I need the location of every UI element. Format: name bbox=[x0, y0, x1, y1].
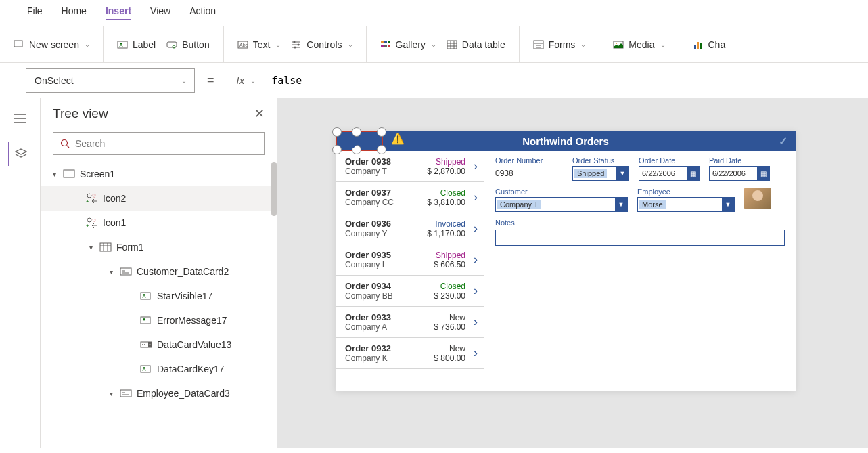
svg-rect-20 bbox=[694, 45, 696, 49]
svg-rect-40 bbox=[120, 390, 131, 397]
svg-rect-22 bbox=[700, 43, 702, 49]
close-icon[interactable]: ✕ bbox=[254, 106, 265, 121]
svg-rect-11 bbox=[384, 41, 387, 43]
ribbon: + New screen⌵ Label Button Abc Text⌵ Con… bbox=[0, 26, 868, 63]
tree-node-employee_datacard3[interactable]: ▾Employee_DataCard3 bbox=[41, 381, 277, 406]
svg-point-37 bbox=[142, 344, 143, 345]
order-date-picker[interactable]: 6/22/2006▦ bbox=[639, 166, 700, 181]
screen-plus-icon: + bbox=[14, 39, 24, 50]
warning-icon: ⚠️ bbox=[391, 132, 405, 145]
svg-point-7 bbox=[294, 41, 296, 43]
svg-rect-33 bbox=[141, 293, 150, 299]
text-button[interactable]: Abc Text⌵ bbox=[237, 39, 281, 50]
svg-point-8 bbox=[298, 43, 300, 45]
tree-node-starvisible17[interactable]: StarVisible17 bbox=[41, 284, 277, 308]
gallery-item[interactable]: Order 0932Company KNew$ 800.00› bbox=[336, 338, 484, 369]
menubar: FileHomeInsertViewAction bbox=[0, 0, 868, 26]
employee-dropdown[interactable]: Morse▼ bbox=[637, 197, 735, 212]
button-button[interactable]: Button bbox=[166, 39, 209, 50]
gallery-item[interactable]: Order 0935Company IShipped$ 606.50› bbox=[336, 244, 484, 276]
menu-home[interactable]: Home bbox=[62, 5, 87, 20]
fx-chevron-icon[interactable]: ⌵ bbox=[251, 77, 255, 84]
svg-text:+: + bbox=[86, 198, 89, 204]
fx-label: fx bbox=[237, 74, 245, 86]
employee-avatar bbox=[744, 188, 771, 209]
menu-action[interactable]: Action bbox=[189, 5, 216, 20]
forms-icon bbox=[533, 39, 544, 50]
gallery-item[interactable]: Order 0938Company TShipped$ 2,870.00› bbox=[336, 151, 484, 182]
tree-node-form1[interactable]: ▾Form1 bbox=[41, 235, 277, 259]
hamburger-button[interactable] bbox=[8, 106, 32, 131]
tree-title: Tree view bbox=[53, 106, 108, 121]
svg-point-38 bbox=[144, 344, 145, 345]
button-icon bbox=[166, 39, 177, 50]
search-input[interactable] bbox=[75, 138, 257, 149]
gallery-item[interactable]: Order 0934Company BBClosed$ 230.00› bbox=[336, 276, 484, 307]
formula-input[interactable] bbox=[265, 74, 868, 87]
formula-bar: OnSelect⌵ = fx ⌵ bbox=[0, 63, 868, 98]
media-button[interactable]: Media⌵ bbox=[613, 39, 664, 50]
tree-node-datacardkey17[interactable]: DataCardKey17 bbox=[41, 357, 277, 381]
search-icon bbox=[60, 139, 70, 148]
employee-label: Employee bbox=[637, 188, 735, 196]
tree-node-errormessage17[interactable]: ErrorMessage17 bbox=[41, 308, 277, 332]
app-screen: Northwind Orders ✓ Order 0938Company TSh… bbox=[336, 131, 796, 391]
svg-text:+: + bbox=[20, 44, 24, 50]
order-status-dropdown[interactable]: Shipped▼ bbox=[572, 166, 629, 181]
order-number-value: 0938 bbox=[495, 166, 563, 181]
svg-rect-2 bbox=[118, 41, 127, 48]
paid-date-picker[interactable]: 6/22/2006▦ bbox=[709, 166, 770, 181]
tree-node-screen1[interactable]: ▾Screen1 bbox=[41, 162, 277, 186]
scrollbar[interactable] bbox=[271, 162, 277, 216]
order-number-label: Order Number bbox=[495, 156, 563, 165]
controls-button[interactable]: Controls⌵ bbox=[291, 39, 352, 50]
menu-view[interactable]: View bbox=[150, 5, 170, 20]
menu-insert[interactable]: Insert bbox=[106, 5, 131, 20]
svg-rect-34 bbox=[141, 317, 150, 324]
tree-node-datacardvalue13[interactable]: DataCardValue13 bbox=[41, 332, 277, 357]
menu-file[interactable]: File bbox=[27, 5, 43, 20]
tree-node-icon2[interactable]: ♡+Icon2 bbox=[41, 186, 277, 211]
app-header: Northwind Orders ✓ bbox=[336, 131, 796, 151]
paid-date-label: Paid Date bbox=[709, 156, 770, 165]
notes-input[interactable] bbox=[495, 230, 785, 246]
forms-button[interactable]: Forms⌵ bbox=[533, 39, 586, 50]
svg-text:♡: ♡ bbox=[92, 194, 96, 198]
canvas: Northwind Orders ✓ Order 0938Company TSh… bbox=[277, 98, 868, 448]
new-screen-button[interactable]: + New screen⌵ bbox=[14, 39, 89, 50]
equals-sign: = bbox=[207, 73, 214, 87]
svg-rect-14 bbox=[384, 45, 387, 47]
gallery-item[interactable]: Order 0933Company ANew$ 736.00› bbox=[336, 307, 484, 338]
selection-overlay bbox=[336, 131, 383, 151]
order-status-label: Order Status bbox=[572, 156, 629, 165]
datatable-button[interactable]: Data table bbox=[447, 39, 505, 50]
gallery-button[interactable]: Gallery⌵ bbox=[380, 39, 436, 50]
tree-node-customer_datacard2[interactable]: ▾Customer_DataCard2 bbox=[41, 259, 277, 284]
svg-point-25 bbox=[87, 194, 91, 198]
gallery-item[interactable]: Order 0936Company YInvoiced$ 1,170.00› bbox=[336, 213, 484, 244]
order-date-label: Order Date bbox=[639, 156, 700, 165]
chart-icon bbox=[693, 39, 704, 50]
customer-dropdown[interactable]: Company T▼ bbox=[495, 197, 628, 212]
gallery-item[interactable]: Order 0937Company CCClosed$ 3,810.00› bbox=[336, 182, 484, 213]
svg-text:+: + bbox=[86, 223, 89, 228]
chart-button[interactable]: Cha bbox=[693, 39, 726, 50]
check-icon[interactable]: ✓ bbox=[779, 135, 787, 148]
svg-rect-12 bbox=[388, 41, 390, 43]
svg-rect-13 bbox=[381, 45, 384, 47]
svg-rect-16 bbox=[447, 41, 457, 49]
app-title: Northwind Orders bbox=[522, 135, 609, 147]
search-box[interactable] bbox=[53, 132, 265, 155]
treeview-rail-button[interactable] bbox=[8, 142, 32, 166]
gallery-icon bbox=[380, 39, 391, 50]
svg-point-23 bbox=[62, 140, 68, 146]
media-icon bbox=[613, 39, 624, 50]
customer-label: Customer bbox=[495, 188, 628, 196]
notes-label: Notes bbox=[495, 219, 785, 227]
label-button[interactable]: Label bbox=[117, 39, 156, 50]
tree-node-icon1[interactable]: ♡+Icon1 bbox=[41, 211, 277, 235]
property-select[interactable]: OnSelect⌵ bbox=[26, 68, 195, 93]
svg-rect-31 bbox=[100, 243, 111, 251]
left-rail bbox=[0, 98, 41, 448]
text-icon: Abc bbox=[237, 39, 248, 50]
